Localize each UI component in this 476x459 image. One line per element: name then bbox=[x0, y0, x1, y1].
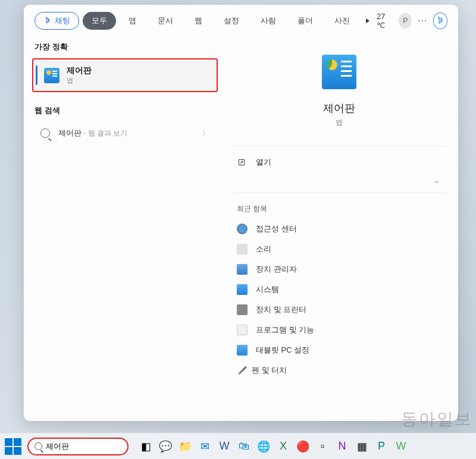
control-panel-icon bbox=[44, 68, 60, 83]
web-search-suffix: - 웹 결과 보기 bbox=[82, 129, 127, 137]
search-tabs-bar: 채팅 모두 앱 문서 웹 설정 사람 폴더 사진 27 ℃ P ··· bbox=[24, 5, 458, 37]
app-icon[interactable]: ▫ bbox=[314, 438, 331, 455]
recent-item-label: 프로그램 및 기능 bbox=[256, 325, 314, 335]
preview-subtitle: 앱 bbox=[336, 118, 343, 128]
tab-doc[interactable]: 문서 bbox=[149, 12, 182, 30]
open-icon bbox=[237, 158, 246, 167]
preview-header: 제어판 앱 bbox=[232, 43, 446, 142]
divider bbox=[232, 146, 446, 146]
tab-all[interactable]: 모두 bbox=[83, 12, 116, 30]
watermark: 동아일보 bbox=[401, 408, 472, 430]
tab-web[interactable]: 웹 bbox=[186, 12, 211, 30]
web-search-label: 웹 검색 bbox=[35, 105, 218, 116]
tab-folder[interactable]: 폴더 bbox=[289, 12, 322, 30]
web-search-prefix: 제어판 bbox=[58, 128, 82, 137]
excel-icon[interactable]: X bbox=[274, 438, 292, 455]
control-panel-large-icon bbox=[322, 55, 356, 89]
tab-people[interactable]: 사람 bbox=[252, 12, 285, 30]
search-icon bbox=[40, 128, 50, 138]
app-icon-2[interactable]: ▦ bbox=[353, 438, 371, 455]
tab-chat-label: 채팅 bbox=[55, 15, 70, 26]
recent-item-device-manager[interactable]: 장치 관리자 bbox=[232, 259, 446, 279]
mail-icon[interactable]: ✉ bbox=[196, 438, 214, 455]
recent-item-label: 장치 및 프린터 bbox=[256, 304, 306, 315]
device-manager-icon bbox=[237, 264, 248, 275]
expand-actions-button[interactable] bbox=[430, 175, 444, 189]
printer-icon bbox=[237, 304, 248, 315]
recent-item-accessibility[interactable]: 접근성 센터 bbox=[232, 219, 446, 239]
recent-item-label: 접근성 센터 bbox=[256, 224, 297, 234]
weather-widget[interactable]: 27 ℃ bbox=[377, 12, 393, 30]
result-title: 제어판 bbox=[67, 65, 92, 76]
store-icon[interactable]: 🛍 bbox=[235, 438, 253, 455]
bing-chat-icon bbox=[43, 17, 52, 25]
tab-photo[interactable]: 사진 bbox=[325, 12, 359, 30]
file-explorer-icon[interactable]: 📁 bbox=[176, 438, 194, 455]
publisher-icon[interactable]: P bbox=[372, 438, 390, 455]
recent-item-tablet[interactable]: 태블릿 PC 설정 bbox=[232, 340, 446, 360]
tab-app[interactable]: 앱 bbox=[120, 12, 145, 30]
search-icon bbox=[35, 442, 42, 450]
open-label: 열기 bbox=[256, 157, 271, 168]
taskbar-search-box[interactable] bbox=[27, 438, 129, 455]
web-search-result[interactable]: 제어판 - 웹 결과 보기 〉 bbox=[32, 122, 218, 144]
recent-item-label: 펜 및 터치 bbox=[252, 365, 287, 376]
onenote-icon[interactable]: N bbox=[333, 438, 351, 455]
programs-icon bbox=[237, 325, 248, 335]
pen-icon bbox=[238, 366, 247, 375]
taskbar: ◧ 💬 📁 ✉ W 🛍 🌐 X 🔴 ▫ N ▦ P W bbox=[0, 433, 476, 459]
taskbar-search-input[interactable] bbox=[46, 442, 146, 451]
recent-items-label: 최근 항목 bbox=[237, 204, 446, 214]
open-action[interactable]: 열기 bbox=[232, 150, 446, 175]
result-subtitle: 앱 bbox=[67, 76, 92, 85]
chat-icon[interactable]: 💬 bbox=[156, 438, 174, 455]
taskbar-pinned-apps: ◧ 💬 📁 ✉ W 🛍 🌐 X 🔴 ▫ N ▦ P W bbox=[137, 438, 410, 455]
tabs-more-arrow-icon[interactable] bbox=[366, 18, 369, 23]
search-panel: 채팅 모두 앱 문서 웹 설정 사람 폴더 사진 27 ℃ P ··· 가장 정… bbox=[24, 5, 458, 421]
sound-icon bbox=[237, 244, 248, 254]
more-options-icon[interactable]: ··· bbox=[418, 15, 427, 26]
app-icon-3[interactable]: W bbox=[392, 438, 410, 455]
recent-item-label: 장치 관리자 bbox=[256, 264, 297, 275]
accessibility-icon bbox=[237, 224, 248, 234]
recent-item-devices-printers[interactable]: 장치 및 프린터 bbox=[232, 300, 446, 320]
recent-item-pen-touch[interactable]: 펜 및 터치 bbox=[232, 360, 446, 381]
results-pane: 가장 정확 제어판 앱 웹 검색 제어판 - 웹 결과 보기 〉 bbox=[24, 37, 226, 421]
recent-item-sound[interactable]: 소리 bbox=[232, 239, 446, 259]
recent-item-system[interactable]: 시스템 bbox=[232, 279, 446, 300]
preview-pane: 제어판 앱 열기 최근 항목 접근성 센터 bbox=[226, 37, 458, 421]
divider bbox=[232, 193, 446, 193]
web-search-text: 제어판 - 웹 결과 보기 bbox=[58, 128, 127, 139]
tab-settings[interactable]: 설정 bbox=[215, 12, 248, 30]
preview-title: 제어판 bbox=[323, 101, 355, 115]
recent-item-label: 소리 bbox=[256, 244, 271, 254]
best-match-label: 가장 정확 bbox=[35, 42, 218, 52]
recent-item-programs[interactable]: 프로그램 및 기능 bbox=[232, 320, 446, 340]
tablet-icon bbox=[237, 345, 248, 356]
recent-item-label: 태블릿 PC 설정 bbox=[256, 345, 309, 356]
chrome-icon[interactable]: 🔴 bbox=[294, 438, 312, 455]
system-icon bbox=[237, 284, 248, 295]
tab-chat[interactable]: 채팅 bbox=[35, 12, 79, 30]
edge-icon[interactable]: 🌐 bbox=[255, 438, 273, 455]
word-icon[interactable]: W bbox=[215, 438, 233, 455]
result-text: 제어판 앱 bbox=[67, 65, 92, 85]
search-content: 가장 정확 제어판 앱 웹 검색 제어판 - 웹 결과 보기 〉 bbox=[24, 37, 458, 421]
task-view-icon[interactable]: ◧ bbox=[137, 438, 155, 455]
user-avatar[interactable]: P bbox=[399, 13, 412, 29]
chevron-right-icon: 〉 bbox=[202, 128, 209, 139]
recent-item-label: 시스템 bbox=[256, 284, 279, 295]
result-control-panel[interactable]: 제어판 앱 bbox=[32, 58, 218, 92]
start-button[interactable] bbox=[5, 438, 21, 455]
bing-logo-icon[interactable] bbox=[433, 12, 447, 29]
